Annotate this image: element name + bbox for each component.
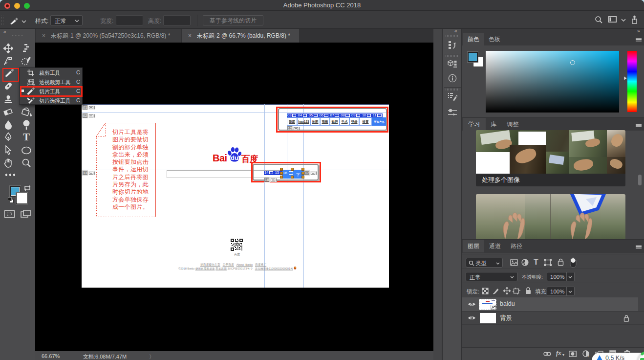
svg-text:▾: ▾ — [587, 354, 589, 358]
svg-text:du: du — [231, 154, 238, 161]
